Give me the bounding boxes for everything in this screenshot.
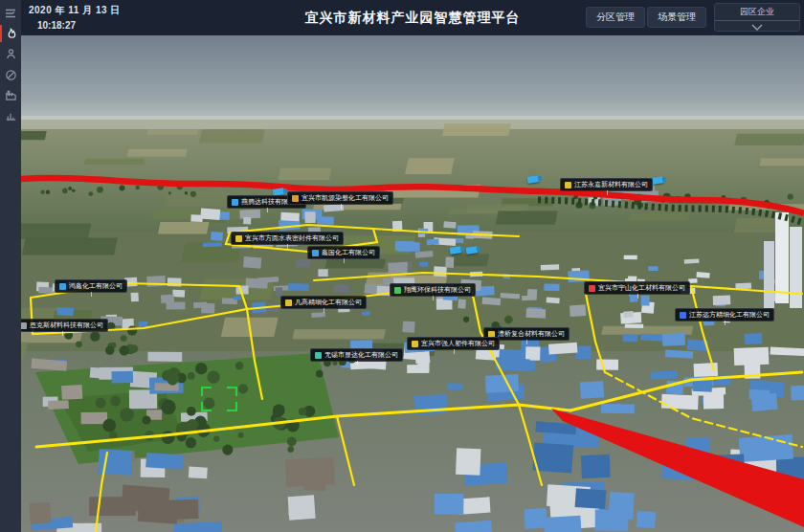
bar-chart-icon[interactable]: [0, 105, 21, 124]
company-marker-icon: [292, 195, 299, 202]
company-label-text: 江苏永嘉新材料有限公司: [574, 180, 648, 189]
company-label[interactable]: 宜兴市凯源染整化工有限公司: [287, 191, 393, 205]
company-marker-icon: [235, 235, 242, 242]
company-marker-icon: [394, 287, 401, 294]
company-label-text: 宜兴市凯源染整化工有限公司: [302, 193, 389, 203]
fire-icon[interactable]: [0, 24, 21, 43]
company-label-text: 恩克斯材料科技有限公司: [30, 321, 103, 330]
company-marker-icon: [21, 322, 27, 329]
park-enterprise-dropdown[interactable]: 园区企业: [714, 3, 800, 32]
company-label-text: 江苏远方精细化工有限公司: [689, 310, 770, 320]
company-label-text: 漕桥复合材料有限公司: [498, 329, 565, 339]
company-label[interactable]: 宜兴市宇山化工材料有限公司: [584, 281, 690, 295]
company-label-text: 宜兴市方圆水表密封件有限公司: [245, 233, 339, 243]
company-marker-icon: [232, 199, 238, 206]
company-marker-icon: [59, 283, 66, 290]
company-label-text: 翔鹰环保科技有限公司: [404, 285, 471, 295]
company-marker-icon: [589, 285, 595, 292]
app-window: 2020 年 11 月 13 日 10:18:27 宜兴市新材料产业园智慧管理平…: [0, 0, 804, 532]
company-label[interactable]: 鑫国化工有限公司: [307, 246, 380, 259]
company-label[interactable]: 恩克斯材料科技有限公司: [21, 319, 108, 332]
company-label[interactable]: 宜兴市方圆水表密封件有限公司: [231, 232, 344, 245]
sidebar: [0, 0, 21, 532]
company-marker-icon: [565, 182, 571, 188]
company-marker-icon: [285, 299, 292, 306]
menu-icon[interactable]: [0, 4, 21, 23]
company-label[interactable]: 无锡市显达化工有限公司: [310, 348, 403, 362]
selection-box: [201, 387, 237, 411]
company-label[interactable]: 宜兴市强人塑件有限公司: [407, 337, 500, 350]
map-3d-view[interactable]: 燕腾达科技有限公司宜兴市凯源染整化工有限公司宜兴市方圆水表密封件有限公司鑫国化工…: [21, 35, 804, 532]
company-label-text: 鑫国化工有限公司: [322, 248, 375, 257]
gauge-icon[interactable]: [0, 65, 21, 84]
top-bar: 2020 年 11 月 13 日 10:18:27 宜兴市新材料产业园智慧管理平…: [21, 0, 804, 35]
company-label-text: 凡高精细化工有限公司: [295, 298, 362, 307]
dropdown-label: 园区企业: [715, 4, 799, 21]
company-label[interactable]: 凡高精细化工有限公司: [280, 296, 367, 309]
company-marker-icon: [312, 250, 319, 256]
company-label-text: 宜兴市宇山化工材料有限公司: [598, 283, 685, 293]
person-icon[interactable]: [0, 44, 21, 63]
zone-management-button[interactable]: 分区管理: [586, 7, 645, 28]
company-marker-icon: [680, 312, 686, 319]
company-marker-icon: [412, 341, 418, 347]
company-label[interactable]: 鸿鑫化工有限公司: [55, 279, 127, 293]
company-label-text: 鸿鑫化工有限公司: [69, 281, 123, 291]
scene-management-button[interactable]: 场景管理: [647, 7, 706, 28]
company-label-text: 无锡市显达化工有限公司: [324, 350, 398, 360]
company-label[interactable]: 江苏远方精细化工有限公司: [675, 308, 774, 321]
company-marker-icon: [315, 352, 322, 359]
sky: [21, 35, 804, 127]
company-label[interactable]: 江苏永嘉新材料有限公司: [560, 178, 653, 191]
company-label[interactable]: 翔鹰环保科技有限公司: [390, 283, 476, 297]
company-label-text: 宜兴市强人塑件有限公司: [421, 339, 495, 348]
chevron-down-icon: [751, 24, 763, 31]
factory-icon[interactable]: [0, 85, 21, 104]
